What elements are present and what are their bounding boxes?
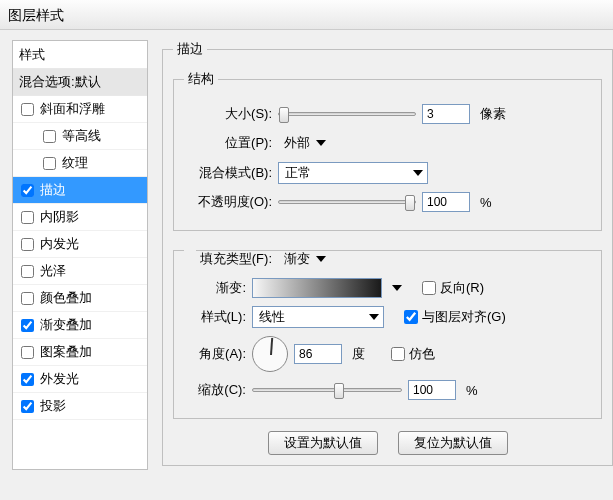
size-input[interactable] <box>422 104 470 124</box>
gradient-dropdown-icon[interactable] <box>392 285 402 291</box>
style-checkbox[interactable] <box>21 184 34 197</box>
size-unit: 像素 <box>480 105 506 123</box>
stroke-panel: 描边 结构 大小(S): 像素 位置(P): 外部 <box>162 40 613 466</box>
caret-icon <box>413 170 423 176</box>
window-titlebar: 图层样式 <box>0 0 613 30</box>
style-item-label: 等高线 <box>62 127 101 145</box>
blending-options[interactable]: 混合选项:默认 <box>13 69 147 96</box>
style-item[interactable]: 光泽 <box>13 258 147 285</box>
style-item[interactable]: 渐变叠加 <box>13 312 147 339</box>
style-item[interactable]: 内发光 <box>13 231 147 258</box>
gradient-label: 渐变: <box>184 279 246 297</box>
angle-dial[interactable] <box>252 336 288 372</box>
style-item[interactable]: 描边 <box>13 177 147 204</box>
style-item[interactable]: 图案叠加 <box>13 339 147 366</box>
structure-group: 结构 大小(S): 像素 位置(P): 外部 <box>173 70 602 231</box>
style-item-label: 投影 <box>40 397 66 415</box>
position-label: 位置(P): <box>184 134 272 152</box>
style-checkbox[interactable] <box>43 157 56 170</box>
fill-type-dropdown[interactable]: 渐变 <box>278 248 348 270</box>
style-checkbox[interactable] <box>21 211 34 224</box>
dither-checkbox[interactable]: 仿色 <box>391 345 435 363</box>
style-item-label: 纹理 <box>62 154 88 172</box>
style-item[interactable]: 投影 <box>13 393 147 420</box>
align-checkbox[interactable]: 与图层对齐(G) <box>404 308 506 326</box>
scale-label: 缩放(C): <box>184 381 246 399</box>
make-default-button[interactable]: 设置为默认值 <box>268 431 378 455</box>
angle-input[interactable] <box>294 344 342 364</box>
style-checkbox[interactable] <box>21 103 34 116</box>
style-item[interactable]: 颜色叠加 <box>13 285 147 312</box>
size-slider[interactable] <box>278 105 416 123</box>
fill-group: . 填充类型(F): 渐变 渐变: 反向(R) <box>173 243 602 419</box>
reset-default-button[interactable]: 复位为默认值 <box>398 431 508 455</box>
style-item-label: 内阴影 <box>40 208 79 226</box>
style-checkbox[interactable] <box>21 346 34 359</box>
styles-header: 样式 <box>13 41 147 69</box>
caret-icon <box>316 140 326 146</box>
blend-mode-dropdown[interactable]: 正常 <box>278 162 428 184</box>
style-checkbox[interactable] <box>21 400 34 413</box>
style-checkbox[interactable] <box>21 292 34 305</box>
style-item[interactable]: 等高线 <box>13 123 147 150</box>
style-checkbox[interactable] <box>21 373 34 386</box>
opacity-unit: % <box>480 195 492 210</box>
fill-type-label: 填充类型(F): <box>184 250 272 268</box>
scale-unit: % <box>466 383 478 398</box>
style-dropdown[interactable]: 线性 <box>252 306 384 328</box>
style-item-label: 光泽 <box>40 262 66 280</box>
scale-slider[interactable] <box>252 381 402 399</box>
caret-icon <box>369 314 379 320</box>
blend-mode-label: 混合模式(B): <box>184 164 272 182</box>
reverse-checkbox[interactable]: 反向(R) <box>422 279 484 297</box>
styles-panel: 样式 混合选项:默认 斜面和浮雕等高线纹理描边内阴影内发光光泽颜色叠加渐变叠加图… <box>12 40 148 470</box>
style-item-label: 渐变叠加 <box>40 316 92 334</box>
gradient-swatch[interactable] <box>252 278 382 298</box>
style-checkbox[interactable] <box>21 238 34 251</box>
style-item-label: 外发光 <box>40 370 79 388</box>
opacity-slider[interactable] <box>278 193 416 211</box>
window-title: 图层样式 <box>8 7 64 23</box>
size-label: 大小(S): <box>184 105 272 123</box>
style-item[interactable]: 斜面和浮雕 <box>13 96 147 123</box>
style-item[interactable]: 纹理 <box>13 150 147 177</box>
style-item-label: 内发光 <box>40 235 79 253</box>
style-checkbox[interactable] <box>21 319 34 332</box>
style-checkbox[interactable] <box>21 265 34 278</box>
position-dropdown[interactable]: 外部 <box>278 132 348 154</box>
style-item-label: 颜色叠加 <box>40 289 92 307</box>
scale-input[interactable] <box>408 380 456 400</box>
style-item-label: 图案叠加 <box>40 343 92 361</box>
caret-icon <box>316 256 326 262</box>
stroke-panel-title: 描边 <box>173 40 207 58</box>
style-item-label: 斜面和浮雕 <box>40 100 105 118</box>
angle-unit: 度 <box>352 345 365 363</box>
angle-label: 角度(A): <box>184 345 246 363</box>
style-item[interactable]: 外发光 <box>13 366 147 393</box>
structure-title: 结构 <box>184 70 218 88</box>
opacity-input[interactable] <box>422 192 470 212</box>
opacity-label: 不透明度(O): <box>184 193 272 211</box>
style-checkbox[interactable] <box>43 130 56 143</box>
styles-list: 斜面和浮雕等高线纹理描边内阴影内发光光泽颜色叠加渐变叠加图案叠加外发光投影 <box>13 96 147 420</box>
style-item[interactable]: 内阴影 <box>13 204 147 231</box>
style-label: 样式(L): <box>184 308 246 326</box>
style-item-label: 描边 <box>40 181 66 199</box>
